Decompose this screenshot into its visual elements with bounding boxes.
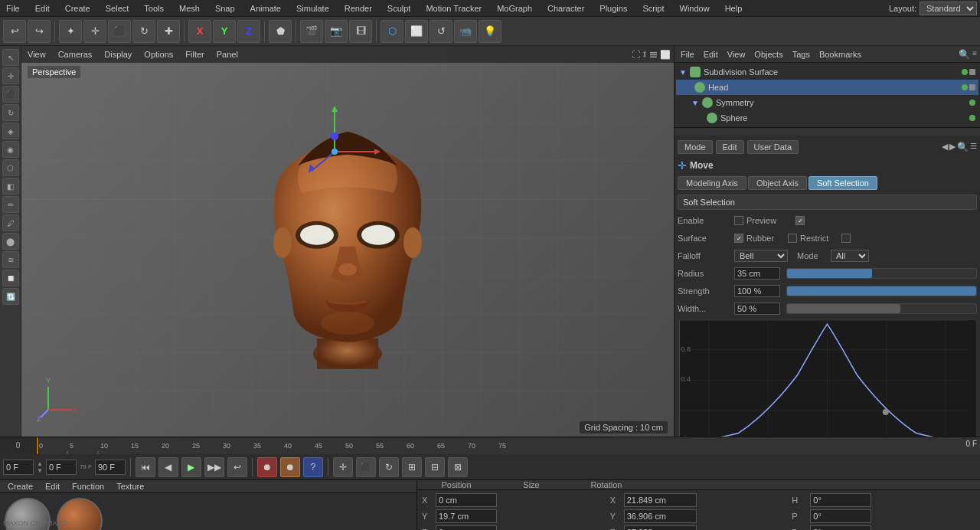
- move-trans-btn[interactable]: ✛: [333, 457, 353, 477]
- render-view-btn[interactable]: 🎬: [300, 20, 323, 43]
- y-size-field[interactable]: [624, 509, 697, 523]
- x-pos-field[interactable]: [436, 493, 497, 507]
- lt-tool1[interactable]: ◈: [2, 123, 19, 139]
- vp-display-btn[interactable]: Display: [101, 48, 135, 61]
- lt-tool7[interactable]: ⬤: [2, 233, 19, 250]
- menu-window[interactable]: Window: [677, 2, 713, 15]
- width-input[interactable]: [734, 303, 780, 315]
- ot-file-btn[interactable]: File: [678, 48, 697, 61]
- vp-filter-btn[interactable]: Filter: [182, 48, 207, 61]
- lt-tool8[interactable]: ≋: [2, 251, 19, 268]
- lt-tool4[interactable]: ◧: [2, 178, 19, 195]
- render-pic-btn[interactable]: 📷: [325, 20, 348, 43]
- lt-tool9[interactable]: 🔲: [2, 270, 19, 286]
- h-field[interactable]: [810, 493, 871, 507]
- poly-tool[interactable]: ⬟: [269, 20, 292, 43]
- menu-motiontracker[interactable]: Motion Tracker: [423, 2, 485, 15]
- z-size-field[interactable]: [624, 525, 697, 530]
- strength-input[interactable]: [734, 285, 780, 297]
- x-axis-btn[interactable]: X: [188, 20, 211, 43]
- frame-start-spinner[interactable]: [37, 460, 43, 474]
- play-btn[interactable]: ▶: [181, 457, 201, 477]
- radius-slider[interactable]: [786, 268, 977, 279]
- mat-create-btn[interactable]: Create: [5, 480, 36, 492]
- transform-gizmo[interactable]: [289, 106, 381, 198]
- menu-snap[interactable]: Snap: [212, 2, 238, 15]
- mode-nav-left[interactable]: ◀: [942, 142, 948, 152]
- ot-edit-btn[interactable]: Edit: [701, 48, 721, 61]
- menu-plugins[interactable]: Plugins: [596, 2, 630, 15]
- goto-end-btn[interactable]: ↩: [227, 457, 247, 477]
- render-anim-btn[interactable]: 🎞: [349, 20, 372, 43]
- light-btn[interactable]: 💡: [479, 20, 501, 43]
- menu-sculpt[interactable]: Sculpt: [384, 2, 414, 15]
- lt-tool10[interactable]: 🔃: [2, 288, 19, 305]
- h-scroll-thumb[interactable]: [675, 128, 980, 136]
- lt-tool3[interactable]: ⬡: [2, 159, 19, 176]
- h-scroll[interactable]: [675, 127, 980, 135]
- ot-filter-icon[interactable]: ≡: [972, 49, 977, 60]
- rotate-tool[interactable]: ↻: [132, 20, 155, 43]
- menu-file[interactable]: File: [3, 2, 23, 15]
- viewport[interactable]: View Cameras Display Options Filter Pane…: [21, 46, 674, 437]
- record-auto-btn[interactable]: ⏺: [280, 457, 300, 477]
- obj-subdiv[interactable]: ▼ Subdivision Surface: [676, 64, 978, 80]
- mode-btn[interactable]: Mode: [678, 140, 713, 154]
- obj-symmetry[interactable]: ▼ Symmetry: [676, 95, 978, 110]
- frame-start-field[interactable]: [3, 460, 34, 475]
- timeline-ruler[interactable]: 0 5 10 15 20 25 30 35 40 45 50 55 60 65 …: [37, 437, 980, 454]
- next-frame-btn[interactable]: ▶▶: [204, 457, 224, 477]
- vp-panel-btn[interactable]: Panel: [214, 48, 241, 61]
- menu-animate[interactable]: Animate: [247, 2, 284, 15]
- lt-tool2[interactable]: ◉: [2, 141, 19, 158]
- menu-simulate[interactable]: Simulate: [293, 2, 332, 15]
- rot-trans-btn[interactable]: ↻: [379, 457, 399, 477]
- mat-texture-btn[interactable]: Texture: [113, 480, 147, 492]
- menu-mesh[interactable]: Mesh: [176, 2, 203, 15]
- undo-button[interactable]: ↩: [3, 20, 26, 43]
- vp-view-btn[interactable]: View: [24, 48, 49, 61]
- enable-checkbox[interactable]: [734, 216, 743, 225]
- camera-btn[interactable]: 📹: [454, 20, 477, 43]
- preview-checkbox[interactable]: ✓: [795, 216, 805, 225]
- radius-input[interactable]: [734, 267, 780, 280]
- curve-graph[interactable]: 0.8 0.4 0.0 0.2 0.4 0.6 0.8 1.0: [678, 319, 977, 437]
- menu-render[interactable]: Render: [341, 2, 375, 15]
- refresh-btn[interactable]: ↺: [430, 20, 452, 43]
- z-pos-field[interactable]: [436, 525, 497, 530]
- timeline-btn[interactable]: ⊟: [425, 457, 445, 477]
- menu-character[interactable]: Character: [544, 2, 587, 15]
- surface-checkbox[interactable]: ✓: [734, 234, 743, 243]
- menu-edit[interactable]: Edit: [32, 2, 53, 15]
- p-field[interactable]: [810, 509, 871, 523]
- z-axis-btn[interactable]: Z: [237, 20, 260, 43]
- menu-tools[interactable]: Tools: [141, 2, 167, 15]
- mat-function-btn[interactable]: Function: [69, 480, 107, 492]
- ot-view-btn[interactable]: View: [724, 48, 749, 61]
- userdata-btn[interactable]: User Data: [747, 140, 799, 154]
- redo-button[interactable]: ↪: [28, 20, 51, 43]
- frame-current-field[interactable]: [46, 460, 77, 475]
- menu-select[interactable]: Select: [103, 2, 132, 15]
- menu-mograph[interactable]: MoGraph: [494, 2, 535, 15]
- prev-frame-btn[interactable]: ◀: [158, 457, 178, 477]
- ot-search-icon[interactable]: 🔍: [959, 49, 970, 60]
- dope-btn[interactable]: ⊠: [448, 457, 468, 477]
- b-field[interactable]: [810, 525, 871, 530]
- lt-select[interactable]: ↖: [2, 49, 19, 66]
- key-trans-btn[interactable]: ⬛: [356, 457, 376, 477]
- lt-scale[interactable]: ⬛: [2, 86, 19, 103]
- transform-tool[interactable]: ✚: [157, 20, 180, 43]
- edit-btn[interactable]: Edit: [716, 140, 744, 154]
- select-tool[interactable]: ✦: [59, 20, 82, 43]
- restrict-checkbox[interactable]: [841, 234, 851, 243]
- lt-tool5[interactable]: ✏: [2, 196, 19, 213]
- width-slider[interactable]: [786, 303, 977, 314]
- layout-select[interactable]: Standard: [920, 2, 977, 15]
- mode-nav-right[interactable]: ▶: [949, 142, 956, 152]
- scale-trans-btn[interactable]: ⊞: [402, 457, 422, 477]
- lt-move[interactable]: ✛: [2, 67, 19, 84]
- mat-edit-btn[interactable]: Edit: [42, 480, 63, 492]
- goto-start-btn[interactable]: ⏮: [136, 457, 155, 477]
- frame-end-field[interactable]: [95, 460, 126, 475]
